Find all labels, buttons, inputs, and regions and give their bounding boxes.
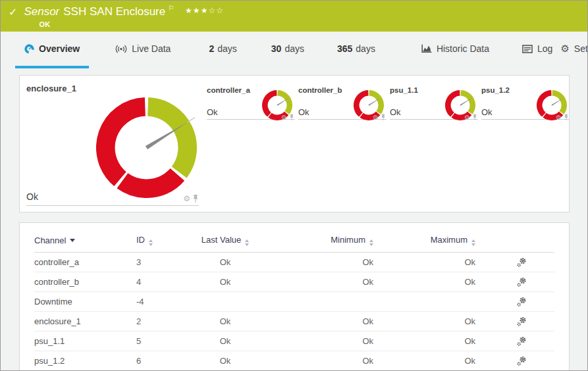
cell-id: -4 [136,292,189,312]
sort-desc-icon [70,239,75,242]
cell-id: 2 [136,312,189,332]
tab-overview-label: Overview [39,43,80,54]
tab-2-days[interactable]: 2 days [205,32,240,68]
broadcast-icon [115,45,127,53]
sensor-title: SSH SAN Enclosure [63,5,165,18]
settings-gear-icon: ⚙ [560,44,569,53]
gauge-gear-icon[interactable]: ⚙ [373,114,379,121]
sort-icon [149,239,153,246]
tab-log[interactable]: Log [518,32,556,68]
tab-365-days[interactable]: 365 days [333,32,379,68]
cell-minimum: Ok [261,312,373,332]
tab-30-days[interactable]: 30 days [267,32,308,68]
channel-settings-gears-icon[interactable] [516,297,526,307]
cell-last-value: Ok [189,351,261,371]
status-ok-check-icon: ✓ [9,7,17,18]
stars-empty: ☆☆ [208,6,224,15]
cell-maximum: Ok [373,253,475,272]
cell-minimum [261,292,373,312]
pin-icon[interactable] [381,114,386,121]
cell-minimum: Ok [261,272,373,292]
cell-maximum: Ok [373,272,475,292]
tab-365-days-number: 365 [337,43,352,54]
pin-icon[interactable] [192,194,199,203]
column-header-channel-label: Channel [34,235,66,245]
tab-historic-data[interactable]: Historic Data [417,32,493,68]
cell-channel: psu_1.1 [34,332,136,351]
gauge-tile-psu-1-2: psu_1.2 Ok ⚙ [481,80,570,120]
gauge-gear-icon[interactable]: ⚙ [556,114,562,121]
column-header-last-value[interactable]: Last Value [189,234,261,253]
cell-last-value: Ok [189,332,261,351]
chart-icon [421,44,432,53]
cell-id: 4 [136,272,189,292]
gauge-gear-icon[interactable]: ⚙ [464,114,470,121]
gauge-status-text: Ok [207,107,218,117]
tab-30-days-unit: days [284,43,304,54]
table-row: psu_1.1 5 Ok Ok Ok [34,332,554,351]
cell-channel: Downtime [34,292,136,312]
column-header-actions [475,234,554,253]
column-header-last-value-label: Last Value [201,235,241,245]
channel-settings-gears-icon[interactable] [516,356,526,366]
tab-2-days-unit: days [217,43,237,54]
sensor-kind-label: Sensor [24,5,59,18]
gauge-status-text: Ok [481,107,493,117]
tab-live-data-label: Live Data [132,43,171,54]
cell-last-value: Ok [189,312,261,332]
pin-icon[interactable] [289,114,294,121]
table-row: enclosure_1 2 Ok Ok Ok [34,312,554,332]
cell-id: 5 [136,332,189,351]
cell-maximum [373,292,475,312]
tab-settings-label: Settings [574,43,588,54]
tab-log-label: Log [537,43,552,54]
column-header-channel[interactable]: Channel [34,234,136,253]
tab-30-days-number: 30 [271,43,282,54]
channels-table: Channel ID Last Value Minimum Maximum co… [34,234,554,371]
table-row: controller_b 4 Ok Ok Ok [34,272,554,292]
cell-id: 6 [136,351,189,371]
table-row: Downtime -4 [34,292,554,312]
column-header-minimum[interactable]: Minimum [261,234,373,253]
stars-filled: ★★★ [185,6,208,15]
cell-channel: psu_1.2 [34,351,136,371]
channels-panel: Channel ID Last Value Minimum Maximum co… [19,222,570,371]
sensor-status-header: ✓ Sensor SSH SAN Enclosure ⚐ ★★★☆☆ OK [1,1,587,32]
channel-settings-gears-icon[interactable] [516,257,526,267]
column-header-id-label: ID [136,235,145,245]
cell-last-value [189,292,261,312]
pin-icon[interactable] [564,114,569,121]
gauge-tile-controller-a: controller_a Ok ⚙ [207,80,295,120]
gauge-gear-icon[interactable]: ⚙ [281,114,287,121]
channel-settings-gears-icon[interactable] [516,316,526,326]
cell-channel: controller_a [34,253,136,272]
tab-settings[interactable]: ⚙ Settings [556,32,588,68]
cell-channel: controller_b [34,272,136,292]
mini-gauge-row: controller_a Ok ⚙ controller_b [207,80,570,212]
cell-minimum: Ok [261,253,373,272]
cell-minimum: Ok [261,351,373,371]
gauge-tile-controller-b: controller_b Ok ⚙ [298,80,387,120]
gauge-gear-icon[interactable]: ⚙ [183,195,190,203]
channel-settings-gears-icon[interactable] [516,336,526,346]
sort-icon [471,239,475,246]
cell-last-value: Ok [189,272,261,292]
tab-bar: Overview Live Data 2 days 30 days 365 da… [1,32,587,68]
channel-settings-gears-icon[interactable] [516,277,526,287]
tab-overview[interactable]: Overview [15,32,89,68]
column-header-maximum[interactable]: Maximum [373,234,475,253]
cell-last-value: Ok [189,253,261,272]
column-header-id[interactable]: ID [136,234,189,253]
column-header-minimum-label: Minimum [331,235,365,245]
gauge-status-text: Ok [390,107,401,117]
flag-icon[interactable]: ⚐ [168,5,174,12]
cell-maximum: Ok [373,351,475,371]
priority-stars[interactable]: ★★★☆☆ [185,4,224,17]
cell-maximum: Ok [373,332,475,351]
tab-live-data[interactable]: Live Data [111,32,174,68]
gauges-panel: enclosure_1 Ok ⚙ controller_a [19,75,570,212]
cell-id: 3 [136,253,189,272]
tab-365-days-unit: days [356,43,375,54]
log-icon [522,45,533,53]
pin-icon[interactable] [472,114,477,121]
